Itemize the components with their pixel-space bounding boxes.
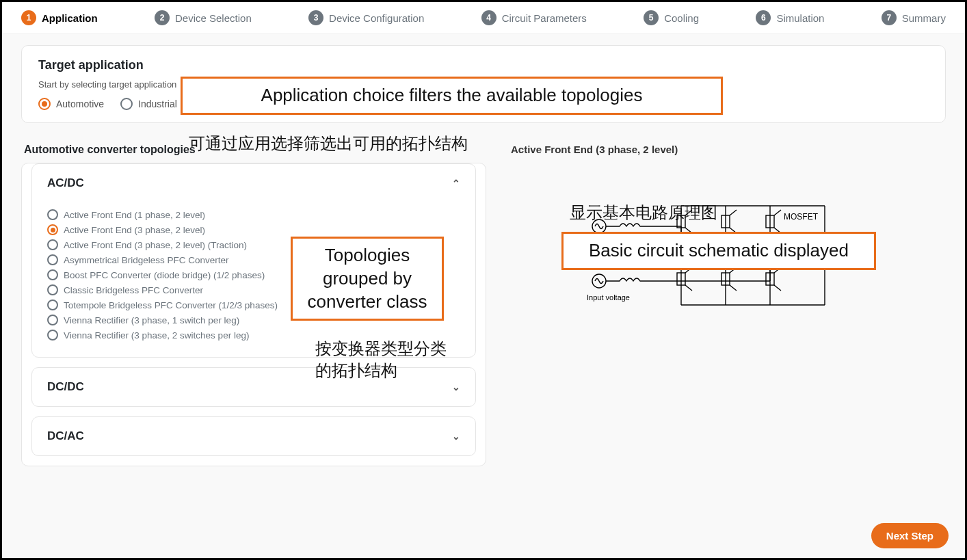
target-radio-automotive[interactable]: Automotive: [38, 98, 104, 110]
topology-label: Active Front End (1 phase, 2 level): [64, 210, 205, 220]
topology-option[interactable]: Active Front End (1 phase, 2 level): [47, 209, 460, 220]
step-summary[interactable]: 7Summary: [882, 10, 946, 25]
step-device-configuration[interactable]: 3Device Configuration: [308, 10, 424, 25]
radio-icon: [120, 98, 133, 110]
callout-application-filter: Application choice filters the available…: [181, 77, 723, 115]
step-label: Circuit Parameters: [502, 12, 587, 24]
step-application[interactable]: 1Application: [21, 10, 98, 25]
step-label: Device Selection: [175, 12, 252, 24]
accordion-title: DC/DC: [47, 380, 84, 394]
radio-icon: [47, 239, 58, 250]
topology-label: Active Front End (3 phase, 2 level): [64, 225, 205, 235]
chevron-down-icon: ⌄: [452, 431, 460, 442]
accordion-title: AC/DC: [47, 176, 84, 190]
step-device-selection[interactable]: 2Device Selection: [155, 10, 252, 25]
target-app-title: Target application: [38, 58, 929, 72]
step-cooling[interactable]: 5Cooling: [644, 10, 699, 25]
step-number-icon: 4: [481, 10, 496, 25]
cn-annotation-filter: 可通过应用选择筛选出可用的拓扑结构: [189, 133, 468, 155]
step-number-icon: 6: [756, 10, 771, 25]
radio-icon: [47, 209, 58, 220]
step-number-icon: 3: [308, 10, 323, 25]
accordion-dc-ac: DC/AC⌄: [31, 416, 476, 456]
topology-label: Asymmetrical Bridgeless PFC Converter: [64, 255, 229, 265]
topology-label: Vienna Rectifier (3 phase, 1 switch per …: [64, 315, 239, 325]
topology-label: Totempole Bridgeless PFC Converter (1/2/…: [64, 300, 278, 310]
radio-icon: [47, 224, 58, 235]
topology-label: Boost PFC Converter (diode bridge) (1/2 …: [64, 270, 265, 280]
topology-option[interactable]: Active Front End (3 phase, 2 level): [47, 224, 460, 235]
accordion-title: DC/AC: [47, 429, 84, 443]
accordion-header[interactable]: AC/DC⌃: [32, 164, 475, 202]
step-number-icon: 7: [882, 10, 897, 25]
chevron-down-icon: ⌄: [452, 382, 460, 392]
step-number-icon: 1: [21, 10, 36, 25]
accordion-header[interactable]: DC/AC⌄: [32, 417, 475, 455]
radio-icon: [47, 299, 58, 310]
radio-label: Automotive: [56, 98, 104, 109]
step-label: Summary: [902, 12, 946, 24]
radio-icon: [47, 284, 58, 295]
radio-icon: [47, 330, 58, 341]
topology-label: Active Front End (3 phase, 2 level) (Tra…: [64, 240, 247, 250]
radio-icon: [47, 254, 58, 265]
next-step-button[interactable]: Next Step: [871, 523, 949, 548]
step-circuit-parameters[interactable]: 4Circuit Parameters: [481, 10, 587, 25]
callout-topologies-grouped: Topologies grouped by converter class: [291, 237, 444, 321]
step-number-icon: 2: [155, 10, 170, 25]
cn-annotation-schematic: 显示基本电路原理图: [570, 202, 717, 224]
step-simulation[interactable]: 6Simulation: [756, 10, 824, 25]
target-radio-industrial[interactable]: Industrial: [120, 98, 177, 110]
step-label: Application: [42, 12, 98, 24]
radio-icon: [47, 315, 58, 325]
schematic-input-label: Input voltage: [587, 293, 630, 302]
radio-icon: [38, 98, 51, 110]
topology-label: Classic Bridgeless PFC Converter: [64, 285, 203, 295]
radio-icon: [47, 269, 58, 280]
topology-label: Vienna Rectifier (3 phase, 2 switches pe…: [64, 330, 249, 341]
callout-schematic-displayed: Basic circuit schematic displayed: [561, 232, 876, 270]
step-label: Cooling: [664, 12, 699, 24]
chevron-up-icon: ⌃: [452, 178, 460, 189]
selected-topology-title: Active Front End (3 phase, 2 level): [499, 134, 946, 165]
step-label: Device Configuration: [329, 12, 424, 24]
step-number-icon: 5: [644, 10, 659, 25]
schematic-mosfet-label: MOSFET: [784, 212, 819, 222]
wizard-stepper: 1Application2Device Selection3Device Con…: [2, 2, 965, 34]
step-label: Simulation: [776, 12, 824, 24]
cn-annotation-grouped: 按变换器类型分类的拓扑结构: [315, 338, 452, 382]
radio-label: Industrial: [138, 98, 177, 109]
